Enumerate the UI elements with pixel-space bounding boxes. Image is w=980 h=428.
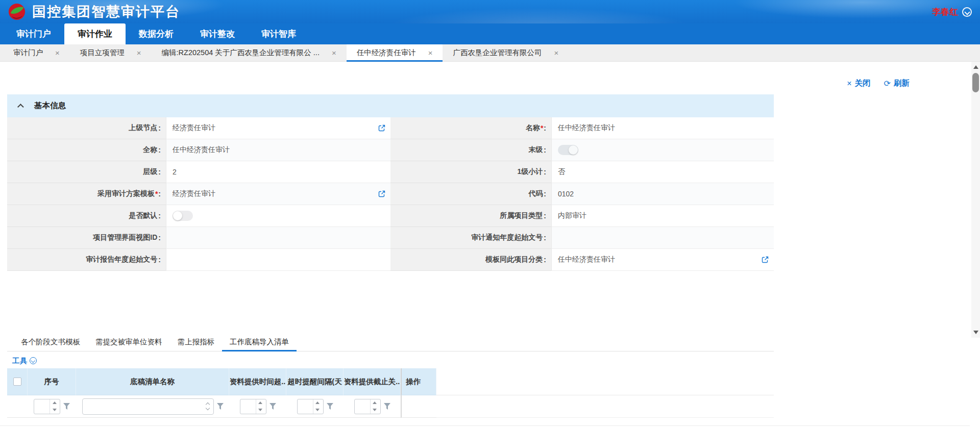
external-link-icon[interactable]	[378, 124, 385, 132]
label-level: 层级:	[7, 161, 166, 183]
close-tab-icon[interactable]: ×	[428, 48, 433, 57]
nav-item-audit-knowledge[interactable]: 审计智库	[248, 23, 309, 44]
seq-filter-field[interactable]	[34, 399, 50, 414]
remind-interval-filter-field[interactable]	[298, 399, 313, 414]
filter-operation-cell	[401, 395, 436, 418]
nav-item-audit-rectify[interactable]: 审计整改	[187, 23, 248, 44]
time-exceed-filter-input[interactable]	[240, 399, 266, 414]
doc-tab-incumbent-audit[interactable]: 任中经济责任审计 ×	[347, 44, 443, 61]
filter-remind-interval-cell	[286, 395, 344, 418]
remind-interval-filter-input[interactable]	[297, 399, 324, 414]
filter-time-exceed-cell	[229, 395, 286, 418]
field-audit-report-doc-no[interactable]	[166, 249, 390, 271]
step-up-icon[interactable]	[313, 399, 322, 407]
filter-funnel-icon[interactable]	[327, 403, 333, 410]
col-header-operation: 操作	[401, 368, 436, 395]
filter-filler	[436, 395, 774, 418]
field-leaf	[551, 139, 774, 161]
filter-funnel-icon[interactable]	[217, 403, 224, 410]
refresh-panel-button[interactable]: ⟳ 刷新	[884, 78, 910, 89]
step-down-icon[interactable]	[371, 407, 379, 414]
col-header-deadline[interactable]: 资料提供截止关..	[344, 368, 401, 395]
field-template-category[interactable]: 任中经济责任审计	[551, 249, 774, 271]
nav-item-audit-portal[interactable]: 审计门户	[3, 23, 64, 44]
step-up-icon[interactable]	[256, 399, 265, 407]
select-chevrons-icon	[206, 403, 209, 410]
basic-info-header[interactable]: 基本信息	[7, 94, 774, 117]
step-down-icon[interactable]	[50, 407, 59, 414]
label-template-category: 模板同此项目分类:	[390, 249, 551, 271]
col-header-seq[interactable]: 序号	[28, 368, 76, 395]
filter-seq-cell	[28, 395, 76, 418]
field-project-type[interactable]: 内部审计	[551, 205, 774, 227]
user-name[interactable]: 李春红	[932, 6, 958, 18]
time-exceed-filter-field[interactable]	[240, 399, 256, 414]
subtab-auditee-materials[interactable]: 需提交被审单位资料	[88, 337, 170, 351]
field-level1-subtotal[interactable]: 否	[551, 161, 774, 183]
step-up-icon[interactable]	[50, 399, 59, 407]
external-link-icon[interactable]	[762, 256, 769, 263]
external-link-icon[interactable]	[378, 190, 385, 197]
tools-menu[interactable]: 工具	[12, 356, 27, 366]
subtab-workpaper-import-list[interactable]: 工作底稿导入清单	[222, 337, 297, 351]
select-all-cell	[7, 368, 28, 395]
step-down-icon[interactable]	[313, 407, 322, 414]
leaf-toggle[interactable]	[558, 145, 578, 155]
doc-tab-audit-portal[interactable]: 审计门户 ×	[3, 44, 70, 61]
filter-funnel-icon[interactable]	[270, 403, 276, 410]
header-filler	[436, 368, 774, 395]
scroll-down-icon[interactable]	[971, 328, 980, 337]
col-header-list-name[interactable]: 底稿清单名称	[76, 368, 229, 395]
field-code[interactable]: 0102	[551, 183, 774, 205]
page-title: 国控集团智慧审计平台	[32, 3, 180, 21]
name-filter-select[interactable]	[82, 398, 214, 415]
section-title: 基本信息	[34, 100, 66, 111]
chevron-down-circle-icon[interactable]	[30, 357, 37, 364]
table-filter-row	[7, 395, 774, 418]
deadline-filter-field[interactable]	[355, 399, 370, 414]
workpaper-table: 序号 底稿清单名称 资料提供时间超.. 超时提醒间隔(天 资料提供截止关.. 操…	[7, 368, 774, 418]
scroll-up-icon[interactable]	[971, 63, 980, 71]
field-pm-view-id[interactable]	[166, 227, 390, 249]
field-level[interactable]: 2	[166, 161, 390, 183]
close-panel-button[interactable]: × 关闭	[847, 78, 870, 89]
filter-funnel-icon[interactable]	[384, 403, 390, 410]
nav-item-data-analysis[interactable]: 数据分析	[126, 23, 187, 44]
filter-name-cell	[76, 395, 229, 418]
step-up-icon[interactable]	[371, 399, 379, 407]
is-default-toggle[interactable]	[173, 211, 193, 221]
label-leaf: 末级:	[390, 139, 551, 161]
close-tab-icon[interactable]: ×	[55, 48, 60, 57]
select-all-checkbox[interactable]	[13, 377, 21, 386]
field-audit-notice-doc-no[interactable]	[551, 227, 774, 249]
scrollbar-thumb[interactable]	[972, 73, 979, 92]
subtab-stage-doc-templates[interactable]: 各个阶段文书模板	[13, 337, 88, 351]
doc-tab-project-setup[interactable]: 项目立项管理 ×	[70, 44, 152, 61]
doc-tab-guangxi-company[interactable]: 广西农垦企业管理有限公司 ×	[443, 44, 569, 61]
seq-filter-input[interactable]	[34, 399, 60, 414]
main-nav: 审计门户 审计作业 数据分析 审计整改 审计智库	[0, 23, 980, 44]
field-name[interactable]: 任中经济责任审计	[551, 117, 774, 139]
chevron-down-icon[interactable]	[962, 7, 972, 17]
basic-info-form: 上级节点: 经济责任审计 名称*: 任中经济责任审计 全称: 任中经济责任审计 …	[7, 117, 774, 271]
vertical-scrollbar[interactable]	[971, 62, 980, 338]
step-down-icon[interactable]	[256, 407, 265, 414]
field-is-default	[166, 205, 390, 227]
nav-item-audit-work[interactable]: 审计作业	[64, 23, 126, 44]
field-audit-plan-template[interactable]: 经济责任审计	[166, 183, 390, 205]
close-tab-icon[interactable]: ×	[554, 48, 558, 57]
panel-actions: × 关闭 ⟳ 刷新	[847, 78, 910, 89]
col-header-time-exceed[interactable]: 资料提供时间超..	[229, 368, 286, 395]
close-tab-icon[interactable]: ×	[332, 48, 336, 57]
deadline-filter-input[interactable]	[354, 399, 381, 414]
doc-tab-edit-rz202504[interactable]: 编辑:RZ202504 关于广西农垦企业管理有限公 ... ×	[152, 44, 347, 61]
field-parent-node[interactable]: 经济责任审计	[166, 117, 390, 139]
user-menu[interactable]: 李春红	[932, 0, 972, 23]
label-full-name: 全称:	[7, 139, 166, 161]
col-header-remind-interval[interactable]: 超时提醒间隔(天	[286, 368, 344, 395]
close-tab-icon[interactable]: ×	[137, 48, 141, 57]
filter-funnel-icon[interactable]	[63, 403, 70, 410]
basic-info-section: 基本信息 上级节点: 经济责任审计 名称*: 任中经济责任审计 全称: 任中经济…	[7, 94, 774, 271]
field-full-name[interactable]: 任中经济责任审计	[166, 139, 390, 161]
subtab-report-indicators[interactable]: 需上报指标	[170, 337, 223, 351]
